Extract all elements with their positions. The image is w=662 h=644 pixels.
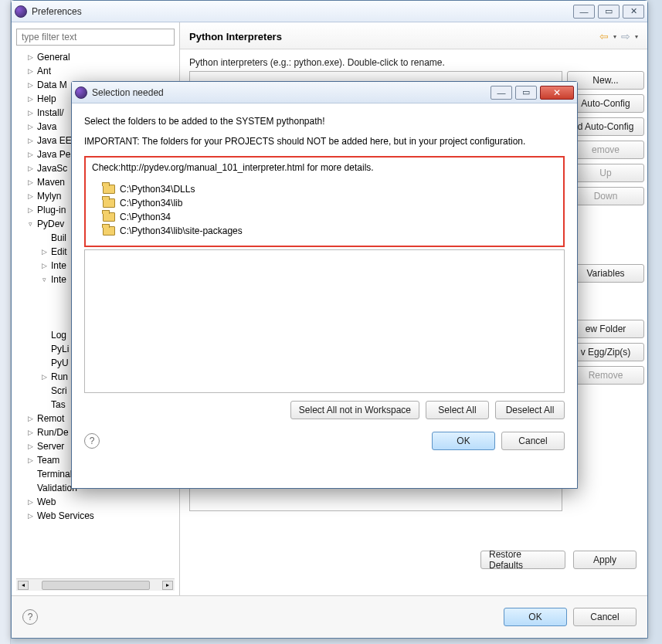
- tree-item-web[interactable]: ▷Web: [16, 495, 175, 509]
- select-all-button[interactable]: Select All: [426, 401, 489, 419]
- tree-label: Run/De: [37, 427, 69, 438]
- down-button[interactable]: Down: [567, 187, 644, 205]
- tree-label: Java EE: [37, 135, 72, 146]
- dialog-line2: IMPORTANT: The folders for your PROJECTS…: [84, 136, 565, 147]
- back-arrow-icon[interactable]: ⇦: [599, 30, 609, 42]
- remove-button[interactable]: emove: [567, 141, 644, 159]
- tree-label: PyU: [51, 358, 69, 368]
- tree-label: Inte: [51, 260, 66, 271]
- folder-item[interactable]: C:\Python34: [92, 210, 557, 224]
- help-icon[interactable]: ?: [22, 609, 38, 625]
- folder-label: C:\Python34\lib: [120, 198, 182, 208]
- auto-config-button[interactable]: Auto-Config: [567, 94, 644, 113]
- tree-label: General: [37, 52, 70, 63]
- preferences-footer: ? OK Cancel: [12, 595, 647, 638]
- tree-item-ant[interactable]: ▷Ant: [16, 64, 175, 78]
- tree-label: Remot: [37, 413, 64, 424]
- tree-label: Team: [37, 455, 59, 466]
- tree-label: Install/: [37, 107, 64, 118]
- deselect-all-button[interactable]: Deselect All: [495, 401, 565, 419]
- tree-horizontal-scrollbar[interactable]: ◂ ▸: [16, 578, 175, 591]
- dialog-help-icon[interactable]: ?: [84, 433, 100, 449]
- dialog-title: Selection needed: [92, 87, 486, 98]
- scroll-right-icon[interactable]: ▸: [162, 581, 173, 590]
- dialog-maximize-button[interactable]: ▭: [515, 86, 537, 100]
- cancel-button[interactable]: Cancel: [573, 608, 637, 626]
- advanced-auto-config-button[interactable]: d Auto-Config: [567, 117, 644, 136]
- tree-label: Tas: [51, 399, 66, 410]
- folder-list[interactable]: [84, 249, 565, 393]
- tree-label: Inte: [51, 274, 66, 285]
- remove-path-button[interactable]: Remove: [567, 366, 644, 385]
- scroll-thumb[interactable]: [42, 581, 150, 590]
- folder-label: C:\Python34\lib\site-packages: [120, 225, 243, 236]
- folder-item[interactable]: C:\Python34\DLLs: [92, 182, 557, 196]
- tree-label: [63, 302, 66, 313]
- scroll-left-icon[interactable]: ◂: [18, 581, 29, 590]
- tree-label: Web: [37, 497, 56, 507]
- folder-icon: [103, 185, 115, 194]
- folder-icon: [103, 226, 115, 236]
- tree-label: Java Pe: [37, 149, 70, 160]
- ok-button[interactable]: OK: [504, 608, 567, 626]
- tree-item-webservices[interactable]: ▷Web Services: [16, 509, 175, 523]
- highlight-annotation: Check:http://pydev.org/manual_101_interp…: [84, 156, 565, 247]
- left-edge-strip: [0, 0, 11, 644]
- maximize-button[interactable]: ▭: [598, 5, 620, 19]
- select-all-not-in-workspace-button[interactable]: Select All not in Workspace: [290, 401, 419, 419]
- folder-item[interactable]: C:\Python34\lib\site-packages: [92, 224, 557, 238]
- tree-label: Log: [51, 330, 66, 341]
- tree-label: Maven: [37, 177, 65, 188]
- filter-input[interactable]: [16, 29, 175, 46]
- window-title: Preferences: [32, 6, 569, 17]
- forward-arrow-icon[interactable]: ⇨: [621, 30, 630, 42]
- folder-icon: [103, 212, 115, 222]
- tree-label: PyDev: [37, 219, 64, 229]
- tree-label: Mylyn: [37, 191, 61, 202]
- tree-label: PyLi: [51, 344, 69, 354]
- page-title: Python Interpreters: [189, 31, 599, 42]
- dialog-titlebar[interactable]: Selection needed — ▭ ✕: [72, 82, 577, 103]
- folder-label: C:\Python34\DLLs: [120, 184, 195, 195]
- tree-label: Terminal: [37, 469, 72, 480]
- up-button[interactable]: Up: [567, 164, 644, 182]
- tree-label: JavaSc: [37, 163, 67, 174]
- apply-button[interactable]: Apply: [573, 551, 637, 569]
- tree-label: Java: [37, 121, 56, 132]
- app-icon: [15, 5, 27, 18]
- restore-defaults-button[interactable]: Restore Defaults: [480, 551, 565, 569]
- dialog-app-icon: [75, 86, 87, 99]
- preferences-titlebar[interactable]: Preferences — ▭ ✕: [12, 1, 647, 22]
- tree-label: Plug-in: [37, 205, 66, 215]
- tree-label: Run: [51, 371, 68, 382]
- folder-icon: [103, 198, 115, 208]
- forward-menu-caret[interactable]: ▾: [635, 33, 638, 40]
- tree-label: Buil: [51, 232, 66, 243]
- tree-label: Web Services: [37, 510, 94, 521]
- new-folder-button[interactable]: ew Folder: [567, 320, 644, 338]
- page-hint: Python interpreters (e.g.: python.exe). …: [189, 57, 638, 68]
- variables-button[interactable]: Variables: [567, 264, 644, 283]
- tree-label: [63, 316, 66, 327]
- minimize-button[interactable]: —: [573, 5, 595, 19]
- folder-label: C:\Python34: [120, 212, 171, 222]
- new-egg-zip-button[interactable]: v Egg/Zip(s): [567, 343, 644, 361]
- tree-item-general[interactable]: ▷General: [16, 50, 175, 64]
- tree-label: Scri: [51, 385, 67, 396]
- new-button[interactable]: New...: [567, 71, 644, 90]
- close-button[interactable]: ✕: [623, 5, 644, 19]
- dialog-check-link: Check:http://pydev.org/manual_101_interp…: [92, 162, 557, 173]
- dialog-close-button[interactable]: ✕: [540, 86, 574, 100]
- tree-label: Data M: [37, 80, 67, 90]
- folder-item[interactable]: C:\Python34\lib: [92, 196, 557, 210]
- back-menu-caret[interactable]: ▾: [613, 33, 616, 40]
- dialog-cancel-button[interactable]: Cancel: [501, 432, 565, 450]
- dialog-ok-button[interactable]: OK: [432, 432, 495, 450]
- dialog-line1: Select the folders to be added to the SY…: [84, 116, 565, 127]
- dialog-minimize-button[interactable]: —: [491, 86, 512, 100]
- tree-label: Ant: [37, 66, 51, 76]
- tree-label: Help: [37, 93, 56, 104]
- tree-label: [63, 288, 66, 299]
- tree-label: Server: [37, 441, 64, 452]
- selection-dialog: Selection needed — ▭ ✕ Select the folder…: [71, 81, 578, 489]
